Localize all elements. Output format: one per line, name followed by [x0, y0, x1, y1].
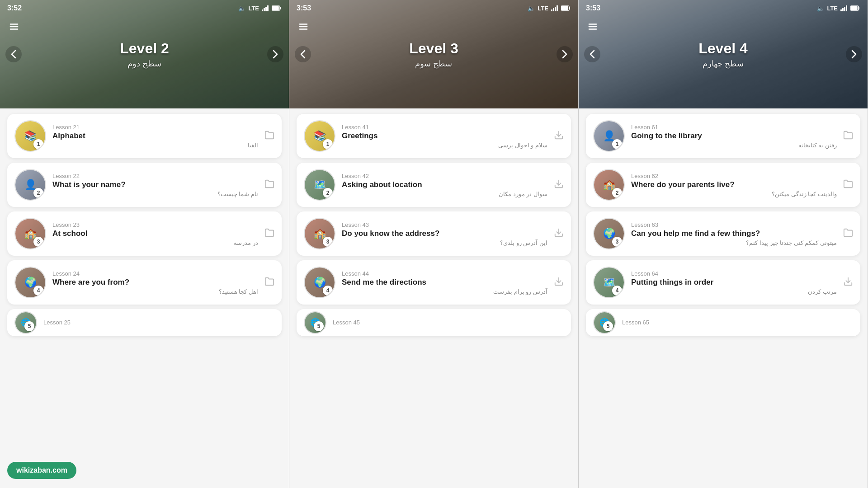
lesson-card[interactable]: 🌍 3 Lesson 63 Can you help me find a few… [586, 211, 860, 256]
lesson-subtitle-fa: سوال در مورد مکان [342, 191, 547, 197]
prev-arrow[interactable] [295, 46, 311, 62]
svg-rect-3 [267, 5, 269, 11]
level-title: Level 4 [698, 40, 748, 57]
svg-rect-1 [264, 8, 265, 11]
lesson-avatar: 📚 1 [14, 120, 46, 152]
lesson-label: Lesson 44 [342, 270, 547, 277]
lesson-action-icon[interactable] [264, 179, 274, 191]
lesson-title: Greetings [342, 131, 547, 141]
svg-rect-24 [844, 7, 845, 11]
lesson-card[interactable]: 🗺️ 2 Lesson 42 Asking about location سوا… [297, 163, 571, 207]
lesson-subtitle-fa: این آدرس رو بلدی؟ [342, 239, 547, 246]
level-subtitle: سطح سوم [415, 59, 452, 69]
next-arrow[interactable] [557, 46, 573, 62]
lesson-label: Lesson 43 [342, 221, 547, 228]
lesson-action-icon[interactable] [843, 179, 853, 191]
lesson-action-icon[interactable] [264, 130, 274, 142]
lesson-avatar: 🌍 4 [14, 267, 46, 298]
menu-icon[interactable] [298, 22, 308, 34]
lesson-card[interactable]: 📚 1 Lesson 41 Greetings سلام و احوال پرس… [297, 114, 571, 158]
lesson-number-badge: 2 [323, 188, 333, 198]
partial-badge: 5 [24, 321, 34, 331]
lte-label: LTE [827, 5, 838, 12]
lesson-label: Lesson 64 [631, 270, 837, 277]
lesson-action-icon[interactable] [554, 277, 564, 289]
lesson-action-icon[interactable] [843, 277, 853, 289]
lesson-number-badge: 3 [323, 237, 333, 247]
lesson-number-badge: 1 [323, 139, 333, 149]
lesson-card[interactable]: 🗺️ 4 Lesson 64 Putting things in order م… [586, 260, 860, 305]
lesson-number-badge: 3 [612, 237, 622, 247]
lesson-info: Lesson 44 Send me the directions آدرس رو… [342, 270, 547, 295]
lesson-card[interactable]: 👤 1 Lesson 61 Going to the library رفتن … [586, 114, 860, 158]
lte-label: LTE [538, 5, 548, 12]
lesson-info: Lesson 42 Asking about location سوال در … [342, 173, 547, 197]
lesson-title: Do you know the address? [342, 229, 547, 238]
partial-avatar: 🌐 5 [304, 311, 326, 334]
level-header: Level 4 سطح چهارم [579, 0, 868, 108]
lesson-info: Lesson 62 Where do your parents live? وا… [631, 173, 837, 197]
svg-rect-11 [555, 7, 556, 11]
prev-arrow[interactable] [584, 46, 600, 62]
lesson-avatar: 🏫 2 [593, 169, 625, 201]
partial-lesson-card[interactable]: 🌐 5 Lesson 45 [297, 309, 571, 336]
lesson-info: Lesson 61 Going to the library رفتن به ک… [631, 124, 837, 149]
lesson-card[interactable]: 🌍 4 Lesson 24 Where are you from? اهل کج… [7, 260, 282, 305]
lesson-card[interactable]: 🏫 3 Lesson 23 At school در مدرسه [7, 211, 282, 256]
level-header: Level 2 سطح دوم [0, 0, 289, 108]
lesson-avatar: 👤 2 [14, 169, 46, 201]
lesson-card[interactable]: 👤 2 Lesson 22 What is your name? نام شما… [7, 163, 282, 207]
lesson-title: Where are you from? [52, 278, 258, 287]
lesson-avatar: 👤 1 [593, 120, 625, 152]
lessons-list: 📚 1 Lesson 41 Greetings سلام و احوال پرس… [289, 108, 578, 342]
lesson-number-badge: 2 [612, 188, 622, 198]
phone-panel-level3: 3:53 🔈 LTE Level 3 سطح سوم 📚 1 Lesson 41… [289, 0, 579, 488]
partial-badge: 5 [314, 321, 324, 331]
lesson-title: What is your name? [52, 180, 258, 189]
next-arrow[interactable] [267, 46, 283, 62]
lesson-avatar: 🌍 3 [593, 218, 625, 249]
next-arrow[interactable] [846, 46, 862, 62]
lesson-card[interactable]: 📚 1 Lesson 21 Alphabet الفبا [7, 114, 282, 158]
lesson-info: Lesson 63 Can you help me find a few thi… [631, 221, 837, 246]
partial-avatar: 🌐 5 [14, 311, 37, 334]
lesson-action-icon[interactable] [554, 179, 564, 191]
prev-arrow[interactable] [5, 46, 22, 62]
svg-rect-0 [262, 9, 263, 11]
lesson-action-icon[interactable] [554, 130, 564, 142]
svg-rect-10 [553, 8, 554, 11]
menu-icon[interactable] [588, 22, 598, 34]
lesson-card[interactable]: 🏫 3 Lesson 43 Do you know the address? ا… [297, 211, 571, 256]
partial-lesson-label: Lesson 25 [43, 319, 274, 326]
status-time: 3:53 [586, 4, 600, 12]
status-bar: 3:53 🔈 LTE [289, 0, 578, 16]
partial-avatar: 🌐 5 [593, 311, 616, 334]
lesson-subtitle-fa: سلام و احوال پرسی [342, 142, 547, 149]
lesson-avatar: 🌍 4 [304, 267, 335, 298]
volume-icon: 🔈 [817, 5, 824, 12]
lesson-number-badge: 4 [323, 286, 333, 296]
partial-lesson-card[interactable]: 🌐 5 Lesson 25 [7, 309, 282, 336]
lesson-action-icon[interactable] [554, 228, 564, 240]
partial-lesson-card[interactable]: 🌐 5 Lesson 65 [586, 309, 860, 336]
lesson-label: Lesson 62 [631, 173, 837, 179]
status-time: 3:52 [7, 4, 22, 12]
svg-rect-23 [842, 8, 844, 11]
status-time: 3:53 [297, 4, 311, 12]
volume-icon: 🔈 [528, 5, 535, 12]
lesson-label: Lesson 24 [52, 270, 258, 277]
lesson-label: Lesson 63 [631, 221, 837, 228]
lesson-card[interactable]: 🌍 4 Lesson 44 Send me the directions آدر… [297, 260, 571, 305]
lesson-card[interactable]: 🏫 2 Lesson 62 Where do your parents live… [586, 163, 860, 207]
lesson-action-icon[interactable] [843, 228, 853, 240]
lessons-list: 📚 1 Lesson 21 Alphabet الفبا 👤 2 Lesson … [0, 108, 289, 342]
svg-rect-14 [561, 6, 568, 10]
lesson-action-icon[interactable] [264, 277, 274, 289]
status-icons: 🔈 LTE [238, 5, 282, 12]
lesson-action-icon[interactable] [264, 228, 274, 240]
partial-info: Lesson 45 [333, 319, 564, 327]
lesson-action-icon[interactable] [843, 130, 853, 142]
lesson-avatar: 📚 1 [304, 120, 335, 152]
menu-icon[interactable] [9, 22, 19, 34]
lesson-label: Lesson 61 [631, 124, 837, 131]
